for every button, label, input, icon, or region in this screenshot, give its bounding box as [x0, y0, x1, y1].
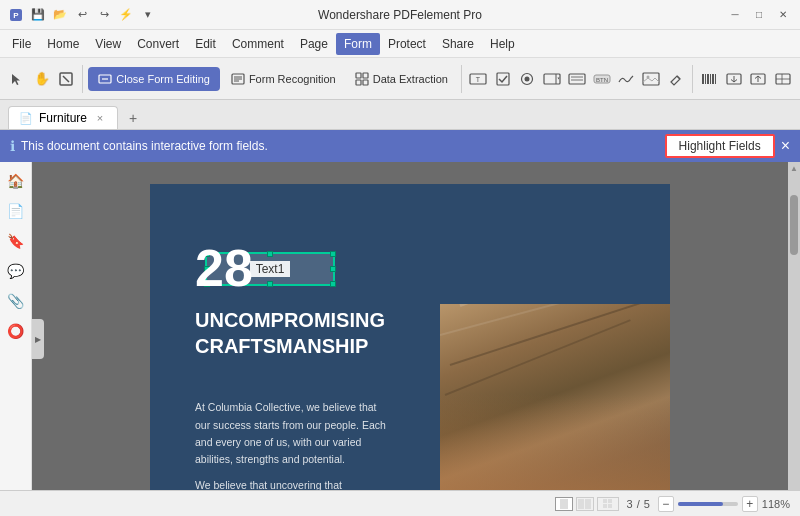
sidebar-home[interactable]: 🏠	[3, 168, 29, 194]
status-bar: 3 / 5 − + 118%	[0, 490, 800, 516]
vertical-scrollbar[interactable]: ▲ ▼	[788, 162, 800, 516]
barcode-icon[interactable]	[698, 68, 720, 90]
undo-icon[interactable]: ↩	[72, 5, 92, 25]
svg-text:T: T	[476, 76, 481, 83]
single-page-view[interactable]	[555, 497, 573, 511]
body-line-2: our success starts from our people. Each	[195, 417, 395, 434]
button-icon[interactable]: BTN	[591, 68, 613, 90]
page-icon	[560, 499, 568, 509]
zoom-slider[interactable]	[678, 502, 738, 506]
maximize-button[interactable]: □	[750, 6, 768, 24]
sidebar-attachments[interactable]: 📎	[3, 288, 29, 314]
redo-icon[interactable]: ↪	[94, 5, 114, 25]
body-line-4: abilities, strengths and potential.	[195, 451, 395, 468]
sidebar-comments[interactable]: 💬	[3, 258, 29, 284]
menu-file[interactable]: File	[4, 33, 39, 55]
minimize-button[interactable]: ─	[726, 6, 744, 24]
info-close-button[interactable]: ×	[781, 137, 790, 155]
form-recognition-button[interactable]: Form Recognition	[223, 68, 344, 90]
scroll-up[interactable]: ▲	[790, 162, 798, 175]
pointer-tool[interactable]	[6, 68, 28, 90]
image-field-icon[interactable]	[640, 68, 662, 90]
highlight-fields-button[interactable]: Highlight Fields	[665, 134, 775, 158]
expand-icon: ▶	[35, 335, 41, 344]
menu-share[interactable]: Share	[434, 33, 482, 55]
svg-line-4	[63, 76, 69, 82]
window-title: Wondershare PDFelement Pro	[318, 8, 482, 22]
sidebar-expand-handle[interactable]: ▶	[32, 319, 44, 359]
dropdown-icon[interactable]: ▾	[138, 5, 158, 25]
svg-marker-2	[12, 74, 20, 85]
document-view: Text1 28 UNCO	[32, 162, 788, 516]
import-icon[interactable]	[723, 68, 745, 90]
menu-view[interactable]: View	[87, 33, 129, 55]
svg-rect-11	[356, 73, 361, 78]
zoom-out-button[interactable]: −	[658, 496, 674, 512]
resize-handle-mr[interactable]	[330, 266, 336, 272]
sidebar-bookmarks[interactable]: 🔖	[3, 228, 29, 254]
menu-help[interactable]: Help	[482, 33, 523, 55]
deco-line-3	[450, 304, 650, 366]
document-image	[440, 304, 670, 514]
heading-line-1: UNCOMPROMISING	[195, 307, 385, 333]
close-button[interactable]: ✕	[774, 6, 792, 24]
resize-handle-br[interactable]	[330, 281, 336, 287]
quick-action-icon[interactable]: ⚡	[116, 5, 136, 25]
text-field-icon[interactable]: T	[467, 68, 489, 90]
two-page-view[interactable]	[576, 497, 594, 511]
text-tool[interactable]	[56, 68, 78, 90]
menu-convert[interactable]: Convert	[129, 33, 187, 55]
toolbar-separator-3	[692, 65, 693, 93]
data-extraction-label: Data Extraction	[373, 73, 448, 85]
open-icon[interactable]: 📂	[50, 5, 70, 25]
menu-page[interactable]: Page	[292, 33, 336, 55]
svg-rect-23	[569, 74, 585, 84]
resize-handle-bm[interactable]	[267, 281, 273, 287]
svg-rect-13	[356, 80, 361, 85]
status-right: 3 / 5 − + 118%	[555, 496, 790, 512]
info-message-area: ℹ This document contains interactive for…	[10, 138, 268, 154]
data-extraction-button[interactable]: Data Extraction	[347, 68, 456, 90]
svg-rect-35	[712, 74, 714, 84]
sidebar-pages[interactable]: 📄	[3, 198, 29, 224]
menu-form[interactable]: Form	[336, 33, 380, 55]
radio-icon[interactable]	[516, 68, 538, 90]
tab-close-button[interactable]: ×	[93, 111, 107, 125]
quick-access-toolbar: 💾 📂 ↩ ↪ ⚡ ▾	[28, 5, 158, 25]
svg-text:BTN: BTN	[596, 76, 608, 82]
export-icon[interactable]	[747, 68, 769, 90]
menu-comment[interactable]: Comment	[224, 33, 292, 55]
grid-icon[interactable]	[772, 68, 794, 90]
toolbar-separator-2	[461, 65, 462, 93]
svg-rect-14	[363, 80, 368, 85]
scroll-thumb[interactable]	[790, 195, 798, 255]
combo-box-icon[interactable]	[541, 68, 563, 90]
checkbox-icon[interactable]	[492, 68, 514, 90]
menu-edit[interactable]: Edit	[187, 33, 224, 55]
list-box-icon[interactable]	[566, 68, 588, 90]
save-icon[interactable]: 💾	[28, 5, 48, 25]
doc-number: 28	[195, 242, 253, 294]
menu-home[interactable]: Home	[39, 33, 87, 55]
svg-rect-31	[702, 74, 704, 84]
zoom-fill	[678, 502, 723, 506]
resize-handle-tm[interactable]	[267, 251, 273, 257]
hand-tool[interactable]: ✋	[31, 68, 53, 90]
edit-icon[interactable]	[665, 68, 687, 90]
new-tab-button[interactable]: +	[122, 107, 144, 129]
svg-rect-32	[705, 74, 706, 84]
grid-view[interactable]	[597, 497, 619, 511]
signature-icon[interactable]	[616, 68, 638, 90]
menu-protect[interactable]: Protect	[380, 33, 434, 55]
resize-handle-tr[interactable]	[330, 251, 336, 257]
doc-body: At Columbia Collective, we believe that …	[195, 399, 395, 494]
close-form-editing-button[interactable]: Close Form Editing	[88, 67, 220, 91]
svg-rect-12	[363, 73, 368, 78]
page-icon-r	[585, 499, 591, 509]
app-icon: P	[8, 7, 24, 23]
sidebar-search[interactable]: ⭕	[3, 318, 29, 344]
svg-point-19	[525, 76, 530, 81]
zoom-in-button[interactable]: +	[742, 496, 758, 512]
image-content	[440, 304, 670, 514]
document-tab[interactable]: 📄 Furniture ×	[8, 106, 118, 129]
